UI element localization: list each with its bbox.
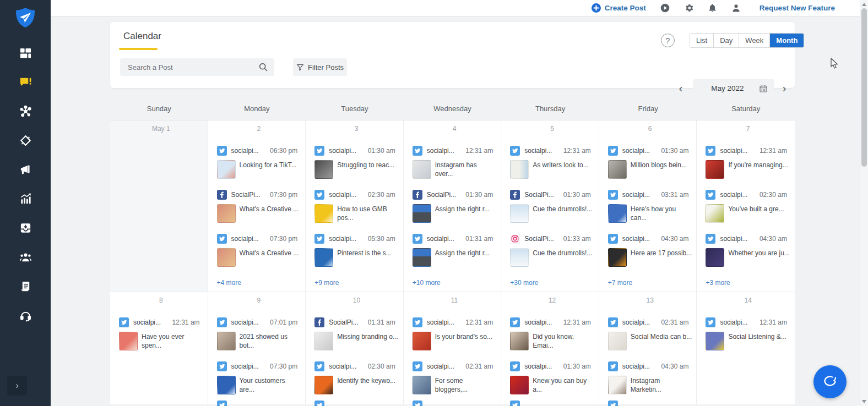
more-posts-link[interactable]: +4 more: [217, 279, 241, 287]
calendar-day-cell[interactable]: 14socialpi...12:31 amSocial Listening &.…: [697, 292, 795, 404]
calendar-day-cell[interactable]: 5socialpi...12:31 amAs writers look to..…: [501, 120, 599, 292]
calendar-post[interactable]: [510, 400, 520, 406]
twitter-icon: [217, 361, 227, 371]
calendar-post[interactable]: socialpi...12:31 amIf you're managing...: [706, 146, 790, 177]
calendar-post[interactable]: SocialPi...01:30 amAssign the right r...: [413, 190, 497, 221]
calendar-post[interactable]: SocialPi...07:30 pmWhat's a Creative ...: [217, 190, 301, 221]
previous-month-button[interactable]: ‹: [675, 79, 686, 97]
weekday-label: Tuesday: [306, 101, 404, 118]
view-button-week[interactable]: Week: [739, 34, 770, 47]
live-chat-button[interactable]: [813, 365, 847, 398]
post-header: socialpi...02:31 am: [413, 361, 497, 371]
more-posts-link[interactable]: +10 more: [413, 279, 441, 287]
calendar-post[interactable]: socialpi...02:31 amSocial Media can b...: [608, 317, 692, 349]
calendar-post[interactable]: socialpi...02:30 amIdentify the keywo...: [314, 361, 399, 393]
calendar-day-cell[interactable]: 10SocialPi...01:31 amMissing branding o.…: [306, 292, 404, 404]
sidebar-item-dashboard[interactable]: [0, 40, 51, 69]
post-time: 05:30 am: [368, 235, 399, 243]
calendar-post[interactable]: [217, 400, 227, 406]
calendar-post[interactable]: socialpi...12:31 amSocial Listening &...: [706, 317, 790, 349]
calendar-post[interactable]: socialpi...01:30 amStruggling to reac...: [314, 146, 399, 177]
sidebar-item-team[interactable]: [0, 244, 51, 273]
next-month-button[interactable]: ›: [779, 79, 790, 97]
month-picker[interactable]: May 2022: [693, 79, 774, 97]
calendar-post[interactable]: socialpi...04:30 amHere are 17 possib...: [608, 234, 692, 265]
more-posts-link[interactable]: +30 more: [510, 279, 538, 287]
post-time: 12:31 am: [760, 319, 790, 326]
more-posts-link[interactable]: +9 more: [314, 279, 339, 287]
calendar-post[interactable]: [314, 400, 324, 406]
calendar-post[interactable]: [608, 400, 618, 406]
more-posts-link[interactable]: +3 more: [706, 279, 730, 287]
calendar-day-cell[interactable]: May 1: [110, 120, 208, 292]
scrollbar-thumb[interactable]: [861, 8, 867, 167]
calendar-post[interactable]: SocialPi...01:33 amCue the drumrolls!...: [510, 234, 594, 265]
sidebar-item-sync[interactable]: [0, 127, 51, 156]
calendar-post[interactable]: socialpi...12:31 amInstagram has over...: [413, 146, 497, 177]
twitter-icon: [413, 317, 422, 327]
socialpilot-logo-icon[interactable]: [15, 7, 36, 28]
calendar-post[interactable]: socialpi...12:31 amHave you ever spen...: [119, 317, 203, 349]
calendar-day-cell[interactable]: 4socialpi...12:31 amInstagram has over..…: [404, 120, 502, 292]
request-new-feature-link[interactable]: Request New Feature: [760, 4, 835, 12]
calendar-post[interactable]: socialpi...04:30 amInstagram Marketin...: [608, 361, 692, 393]
calendar-day-cell[interactable]: 13socialpi...02:31 amSocial Media can b.…: [599, 292, 697, 404]
calendar-day-cell[interactable]: 6socialpi...01:30 amMillion blogs bein..…: [599, 120, 697, 292]
search-input[interactable]: [120, 63, 259, 72]
sidebar-item-promote[interactable]: [0, 156, 51, 185]
calendar-day-cell[interactable]: 7socialpi...12:31 amIf you're managing..…: [697, 120, 795, 292]
scrollbar-track[interactable]: [860, 0, 868, 406]
calendar-post[interactable]: socialpi...01:31 amAssign the right r...: [413, 234, 497, 265]
more-posts-link[interactable]: +7 more: [608, 279, 632, 287]
calendar-post[interactable]: socialpi...12:31 amIs your brand's so...: [413, 317, 497, 349]
calendar-post[interactable]: socialpi...02:30 amHow to use GMB pos...: [314, 190, 399, 221]
calendar-day-cell[interactable]: 11socialpi...12:31 amIs your brand's so.…: [404, 292, 502, 404]
account-button[interactable]: [731, 3, 741, 13]
calendar-post[interactable]: socialpi...12:31 amDid you know, Emai...: [510, 317, 594, 349]
calendar-post[interactable]: socialpi...12:31 amAs writers look to...: [510, 146, 594, 177]
tab-calendar[interactable]: Calendar: [123, 31, 161, 42]
calendar-day-cell[interactable]: 8socialpi...12:31 amHave you ever spen..…: [110, 292, 208, 404]
calendar-post[interactable]: SocialPi...01:31 amMissing branding o...: [314, 317, 399, 349]
settings-button[interactable]: [684, 3, 693, 13]
sidebar-expand-button[interactable]: ›: [7, 376, 27, 396]
view-button-list[interactable]: List: [690, 34, 714, 47]
filter-posts-button[interactable]: Filter Posts: [293, 58, 347, 76]
sidebar-item-posts[interactable]: [0, 69, 51, 98]
calendar-day-cell[interactable]: 12socialpi...12:31 amDid you know, Emai.…: [501, 292, 599, 404]
calendar-post[interactable]: socialpi...04:30 amWhether you are ju...: [706, 234, 790, 265]
help-button[interactable]: ?: [661, 34, 675, 47]
calendar-post[interactable]: socialpi...05:30 amPinterest is the s...: [314, 234, 399, 265]
calendar-day-cell[interactable]: 3socialpi...01:30 amStruggling to reac..…: [306, 120, 404, 292]
calendar-post[interactable]: socialpi...02:31 amFor some bloggers,...: [413, 361, 497, 393]
scrollbar-up-arrow[interactable]: [862, 3, 866, 6]
search-icon[interactable]: [259, 63, 268, 72]
calendar-post[interactable]: socialpi...07:30 pmWhat's a Creative ...: [217, 234, 301, 265]
calendar-post[interactable]: SocialPi...01:30 amCue the drumrolls!...: [510, 190, 594, 221]
chat-bubble-icon: [822, 374, 838, 389]
post-preview-text: If you're managing...: [728, 160, 788, 178]
calendar-post[interactable]: socialpi...01:30 amKnew you can buy a...: [510, 361, 594, 393]
post-time: 02:30 am: [368, 363, 399, 370]
calendar-post[interactable]: socialpi...03:31 amHere's how you can...: [608, 190, 692, 221]
scrollbar-down-arrow[interactable]: [862, 400, 866, 403]
calendar-post[interactable]: socialpi...01:30 amMillion blogs bein...: [608, 146, 692, 177]
calendar-post[interactable]: socialpi...06:30 pmLooking for a TikT...: [217, 146, 301, 177]
sidebar-item-support[interactable]: [0, 302, 51, 331]
sidebar-item-blog[interactable]: [0, 273, 51, 302]
calendar-post[interactable]: socialpi...07:01 pm2021 showed us bot...: [217, 317, 301, 349]
post-body: Assign the right r...: [413, 204, 497, 223]
calendar-day-cell[interactable]: 2socialpi...06:30 pmLooking for a TikT..…: [208, 120, 306, 292]
view-button-month[interactable]: Month: [770, 34, 804, 47]
calendar-day-cell[interactable]: 9socialpi...07:01 pm2021 showed us bot..…: [208, 292, 306, 404]
calendar-post[interactable]: socialpi...07:30 pmYour customers are...: [217, 361, 301, 393]
sidebar-item-connect[interactable]: [0, 98, 51, 127]
view-button-day[interactable]: Day: [714, 34, 739, 47]
calendar-post[interactable]: socialpi...02:30 amYou've built a gre...: [706, 190, 790, 221]
calendar-post[interactable]: [413, 400, 422, 406]
sidebar-item-inbox[interactable]: [0, 215, 51, 244]
tutorials-button[interactable]: [660, 3, 670, 13]
notifications-button[interactable]: [708, 3, 717, 13]
sidebar-item-analytics[interactable]: [0, 185, 51, 215]
create-post-button[interactable]: Create Post: [592, 3, 646, 13]
